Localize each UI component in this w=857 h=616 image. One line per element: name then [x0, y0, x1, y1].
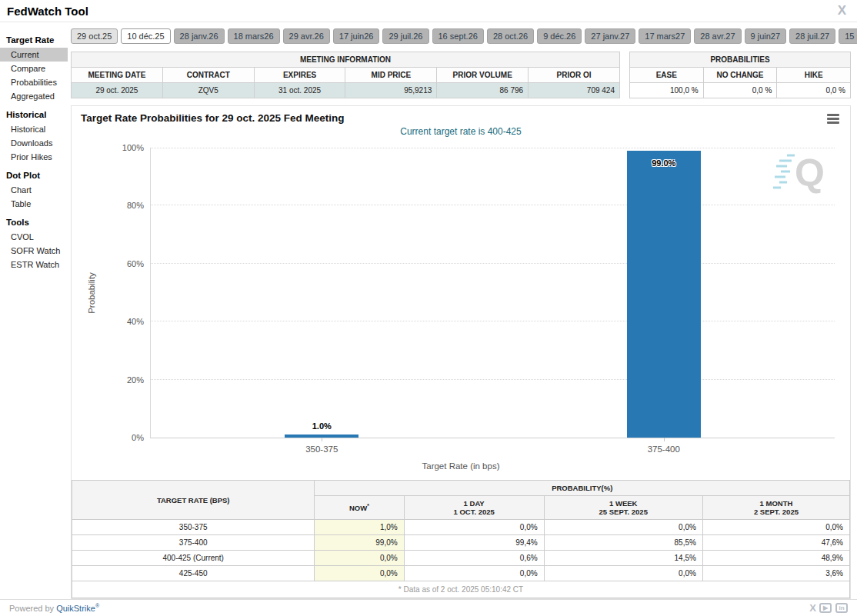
rate-cell: 350-375 — [72, 520, 315, 535]
one-month-header: 1 MONTH2 SEPT. 2025 — [702, 496, 849, 520]
date-tab[interactable]: 9 juin27 — [745, 28, 787, 44]
gridline — [151, 379, 835, 380]
gridline — [151, 148, 835, 148]
week-cell: 85,5% — [544, 535, 702, 551]
date-tab[interactable]: 29 oct.25 — [71, 28, 118, 44]
sidebar-item-chart[interactable]: Chart — [0, 183, 68, 197]
youtube-icon[interactable]: ▶ — [819, 603, 832, 613]
probabilities-title: PROBABILITIES — [630, 52, 851, 68]
bar-label: 99.0% — [652, 158, 675, 168]
day-cell: 0,6% — [404, 551, 544, 566]
sidebar-heading-tools: Tools — [0, 211, 68, 230]
now-cell: 99,0% — [315, 535, 404, 551]
rate-cell: 425-450 — [72, 566, 315, 581]
x-tick — [664, 438, 665, 441]
now-header: NOW* — [315, 496, 404, 520]
bar[interactable] — [627, 151, 701, 438]
meeting-date-tabs: 29 oct.25 10 déc.25 28 janv.26 18 mars26… — [71, 28, 851, 44]
week-cell: 0,0% — [544, 520, 702, 535]
data-as-of-note: * Data as of 2 oct. 2025 05:10:42 CT — [72, 581, 850, 598]
sidebar-heading-target-rate: Target Rate — [0, 28, 68, 48]
sidebar-item-sofr-watch[interactable]: SOFR Watch — [0, 244, 68, 258]
table-row: 425-450 0,0% 0,0% 0,0% 3,6% — [72, 566, 850, 581]
page-footer: Powered by QuikStrike® X ▶ in — [0, 599, 857, 616]
col-prior-oi: PRIOR OI — [529, 68, 620, 83]
sidebar-item-prior-hikes[interactable]: Prior Hikes — [0, 150, 68, 164]
date-tab[interactable]: 17 mars27 — [639, 28, 691, 44]
plot-region: Probability 0% 20% 40% 60% 80% 100% — [150, 148, 835, 438]
expires-value: 31 oct. 2025 — [254, 83, 345, 98]
date-tab[interactable]: 28 avr.27 — [694, 28, 741, 44]
date-tab[interactable]: 28 oct.26 — [487, 28, 534, 44]
info-tables-row: MEETING INFORMATION MEETING DATE CONTRAC… — [71, 52, 851, 98]
date-tab[interactable]: 17 juin26 — [333, 28, 380, 44]
now-cell: 0,0% — [315, 566, 404, 581]
quikstrike-watermark-icon: Q — [772, 149, 827, 195]
date-tab[interactable]: 18 mars26 — [228, 28, 280, 44]
sidebar: Target Rate Current Compare Probabilitie… — [0, 22, 68, 616]
now-cell: 1,0% — [315, 520, 404, 535]
day-cell: 0,0% — [404, 566, 544, 581]
hike-value: 0,0 % — [777, 83, 851, 98]
col-mid-price: MID PRICE — [345, 68, 437, 83]
x-axis-title: Target Rate (in bps) — [79, 438, 842, 480]
sidebar-item-estr-watch[interactable]: ESTR Watch — [0, 258, 68, 271]
quikstrike-link[interactable]: QuikStrike® — [56, 604, 99, 613]
sidebar-item-aggregated[interactable]: Aggregated — [0, 89, 68, 103]
col-contract: CONTRACT — [162, 68, 254, 83]
sidebar-item-cvol[interactable]: CVOL — [0, 230, 68, 244]
day-cell: 0,0% — [404, 520, 544, 535]
sidebar-heading-dot-plot: Dot Plot — [0, 164, 68, 183]
target-rate-probability-table: TARGET RATE (BPS) PROBABILITY(%) NOW* 1 … — [72, 480, 850, 598]
close-icon[interactable]: X — [838, 3, 846, 18]
y-tick-label: 100% — [122, 143, 144, 152]
month-cell: 48,9% — [702, 551, 849, 566]
month-cell: 3,6% — [702, 566, 849, 581]
sidebar-item-downloads[interactable]: Downloads — [0, 136, 68, 150]
meeting-info-title: MEETING INFORMATION — [72, 52, 620, 68]
probabilities-table: PROBABILITIES EASE NO CHANGE HIKE 100,0 … — [629, 52, 851, 98]
date-tab[interactable]: 29 juil.26 — [382, 28, 428, 44]
x-social-icon[interactable]: X — [809, 602, 815, 614]
y-tick-label: 0% — [132, 433, 144, 442]
col-prior-volume: PRIOR VOLUME — [437, 68, 529, 83]
probability-chart: Target Rate Probabilities for 29 oct. 20… — [72, 106, 850, 480]
sidebar-item-compare[interactable]: Compare — [0, 62, 68, 75]
chart-subtitle: Current target rate is 400-425 — [79, 126, 842, 137]
sidebar-item-probabilities[interactable]: Probabilities — [0, 75, 68, 89]
date-tab[interactable]: 28 janv.26 — [174, 28, 225, 44]
bar-slot-375-400: 99.0% — [627, 148, 701, 438]
chart-context-menu-icon[interactable] — [825, 112, 841, 125]
bar-slot-350-375: 1.0% — [285, 148, 358, 438]
y-tick-label: 60% — [127, 259, 144, 268]
linkedin-icon[interactable]: in — [835, 603, 848, 613]
plot-area: 0% 20% 40% 60% 80% 100% — [150, 148, 835, 438]
x-tick-label: 350-375 — [305, 445, 338, 454]
chart-title: Target Rate Probabilities for 29 oct. 20… — [79, 112, 842, 124]
y-axis-title: Probability — [87, 272, 96, 314]
week-cell: 14,5% — [544, 551, 702, 566]
meeting-information-table: MEETING INFORMATION MEETING DATE CONTRAC… — [71, 52, 620, 98]
day-cell: 99,4% — [404, 535, 544, 551]
rate-cell: 375-400 — [72, 535, 315, 551]
bar-label: 1.0% — [312, 421, 332, 431]
sidebar-item-table[interactable]: Table — [0, 197, 68, 211]
date-tab[interactable]: 27 janv.27 — [585, 28, 635, 44]
date-tab[interactable]: 29 avr.26 — [283, 28, 330, 44]
sidebar-item-current[interactable]: Current — [0, 48, 68, 62]
date-tab[interactable]: 16 sept.26 — [432, 28, 484, 44]
powered-by-label: Powered by — [9, 604, 54, 613]
main-content: 29 oct.25 10 déc.25 28 janv.26 18 mars26… — [68, 22, 857, 616]
week-cell: 0,0% — [544, 566, 702, 581]
prior-volume-value: 86 796 — [437, 83, 529, 98]
date-tab[interactable]: 10 déc.25 — [121, 28, 170, 44]
date-tab[interactable]: 28 juil.27 — [789, 28, 835, 44]
sidebar-item-historical[interactable]: Historical — [0, 122, 68, 136]
col-hike: HIKE — [777, 68, 851, 83]
x-tick-label: 375-400 — [648, 445, 680, 454]
app-header: FedWatch Tool X — [0, 0, 857, 22]
date-tab[interactable]: 9 déc.26 — [537, 28, 582, 44]
target-rate-header: TARGET RATE (BPS) — [72, 481, 315, 520]
y-tick-label: 40% — [127, 317, 144, 326]
date-tab[interactable]: 15 sept.27 — [839, 28, 857, 44]
